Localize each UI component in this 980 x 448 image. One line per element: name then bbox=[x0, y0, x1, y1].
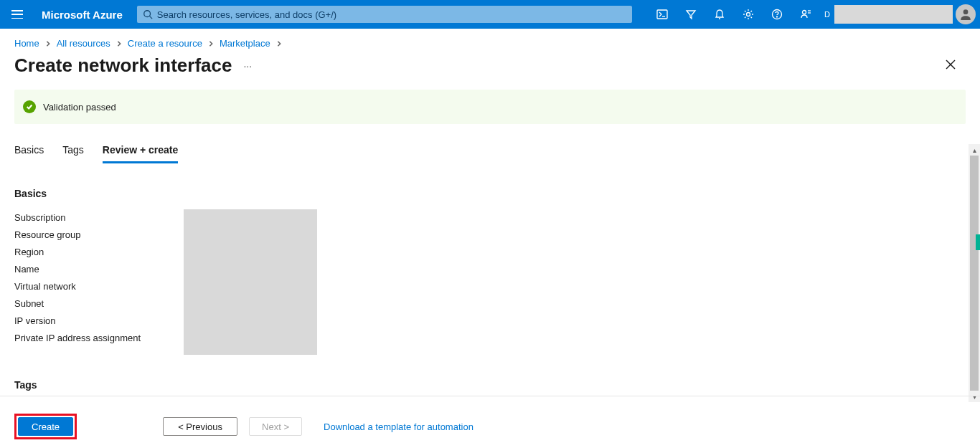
label-ip-version: IP version bbox=[14, 313, 184, 330]
chevron-right-icon bbox=[45, 38, 51, 49]
tab-review-create[interactable]: Review + create bbox=[103, 144, 178, 163]
download-template-link[interactable]: Download a template for automation bbox=[324, 421, 473, 432]
breadcrumb: Home All resources Create a resource Mar… bbox=[0, 29, 980, 53]
filter-icon bbox=[685, 9, 697, 20]
chevron-right-icon bbox=[116, 38, 122, 49]
svg-marker-4 bbox=[687, 11, 695, 19]
directory-prefix: D bbox=[824, 10, 830, 19]
wizard-footer: Create < Previous Next > Download a temp… bbox=[0, 405, 980, 448]
next-button: Next > bbox=[249, 417, 302, 436]
header-toolbar: D bbox=[648, 0, 980, 29]
validation-message: Validation passed bbox=[43, 102, 116, 113]
page-title: Create network interface bbox=[14, 54, 232, 77]
footer-divider bbox=[0, 396, 980, 396]
azure-header: Microsoft Azure D bbox=[0, 0, 980, 29]
close-icon bbox=[946, 59, 956, 70]
tab-basics[interactable]: Basics bbox=[14, 144, 44, 163]
svg-line-1 bbox=[149, 16, 152, 19]
scroll-thumb[interactable] bbox=[970, 156, 979, 391]
cloud-shell-button[interactable] bbox=[648, 0, 677, 29]
cloud-shell-icon bbox=[656, 9, 668, 20]
wizard-tabs: Basics Tags Review + create bbox=[14, 144, 966, 163]
create-button[interactable]: Create bbox=[18, 417, 73, 436]
svg-point-12 bbox=[963, 9, 969, 14]
more-actions-button[interactable]: ··· bbox=[243, 60, 252, 72]
feedback-tab[interactable] bbox=[976, 234, 980, 250]
feedback-icon bbox=[800, 9, 811, 20]
brand-label[interactable]: Microsoft Azure bbox=[34, 9, 137, 21]
svg-point-6 bbox=[747, 13, 750, 16]
feedback-button[interactable] bbox=[791, 0, 820, 29]
validation-banner: Validation passed bbox=[14, 90, 966, 124]
section-tags-heading: Tags bbox=[14, 379, 966, 391]
content-scrollbar[interactable]: ▴ ▾ bbox=[969, 156, 980, 391]
section-basics-heading: Basics bbox=[14, 188, 966, 199]
scroll-up-arrow-icon[interactable]: ▴ bbox=[969, 144, 980, 156]
svg-point-8 bbox=[777, 16, 778, 17]
close-blade-button[interactable] bbox=[946, 59, 956, 72]
svg-rect-2 bbox=[657, 10, 667, 19]
tab-tags[interactable]: Tags bbox=[62, 144, 84, 163]
notifications-button[interactable] bbox=[705, 0, 734, 29]
breadcrumb-create-resource[interactable]: Create a resource bbox=[128, 38, 202, 49]
label-subnet: Subnet bbox=[14, 295, 184, 313]
bell-icon bbox=[714, 9, 725, 20]
svg-point-0 bbox=[144, 11, 151, 17]
avatar bbox=[956, 4, 976, 24]
create-button-highlight: Create bbox=[14, 414, 77, 439]
breadcrumb-marketplace[interactable]: Marketplace bbox=[220, 38, 270, 49]
avatar-icon bbox=[959, 8, 972, 21]
success-icon bbox=[23, 100, 36, 113]
scroll-down-arrow-icon[interactable]: ▾ bbox=[969, 391, 980, 402]
settings-button[interactable] bbox=[734, 0, 763, 29]
basics-summary: Subscription Resource group Region Name … bbox=[14, 209, 966, 355]
account-menu[interactable]: D bbox=[824, 0, 980, 29]
user-email-masked bbox=[834, 5, 953, 24]
label-name: Name bbox=[14, 261, 184, 278]
label-subscription: Subscription bbox=[14, 209, 184, 227]
breadcrumb-all-resources[interactable]: All resources bbox=[57, 38, 110, 49]
search-input[interactable] bbox=[157, 9, 626, 20]
chevron-right-icon bbox=[208, 38, 214, 49]
page-title-row: Create network interface ··· bbox=[0, 53, 980, 90]
svg-point-9 bbox=[803, 11, 806, 14]
label-region: Region bbox=[14, 244, 184, 261]
gear-icon bbox=[743, 9, 754, 20]
directories-button[interactable] bbox=[677, 0, 705, 29]
breadcrumb-home[interactable]: Home bbox=[14, 38, 39, 49]
search-icon bbox=[143, 9, 153, 19]
label-resource-group: Resource group bbox=[14, 227, 184, 244]
hamburger-icon bbox=[11, 10, 23, 19]
label-private-ip-assignment: Private IP address assignment bbox=[14, 330, 184, 347]
previous-button[interactable]: < Previous bbox=[163, 417, 237, 436]
help-button[interactable] bbox=[763, 0, 791, 29]
chevron-right-icon bbox=[276, 38, 282, 49]
global-search[interactable] bbox=[137, 6, 632, 23]
label-virtual-network: Virtual network bbox=[14, 278, 184, 295]
portal-menu-button[interactable] bbox=[0, 0, 34, 29]
help-icon bbox=[771, 9, 783, 20]
basics-values-masked bbox=[184, 209, 317, 355]
